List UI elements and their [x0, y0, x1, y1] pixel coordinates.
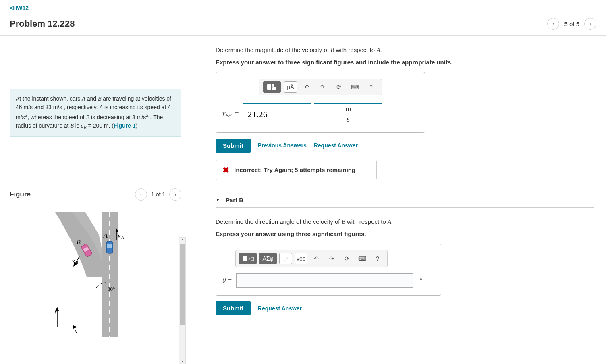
part-a-instruction: Express your answer to three significant…: [216, 59, 594, 66]
part-b-toolbar: √☐ ΑΣφ ↓↑ vec ↶ ↷ ⟳ ⌨ ?: [235, 250, 388, 267]
collapse-icon: ▼: [216, 197, 220, 202]
arrows-icon[interactable]: ↓↑: [279, 253, 292, 264]
reset-icon[interactable]: ⟳: [332, 81, 345, 93]
part-a-feedback: ✖ Incorrect; Try Again; 5 attempts remai…: [216, 160, 377, 180]
part-a-value-input[interactable]: [243, 103, 311, 125]
part-b-question: Determine the direction angle of the vel…: [216, 217, 594, 227]
svg-rect-25: [243, 256, 247, 261]
figure-diagram: A v A B v B 30° y x: [10, 212, 181, 341]
svg-rect-24: [272, 87, 276, 90]
part-b-value-input[interactable]: [236, 273, 413, 288]
undo-icon[interactable]: ↶: [300, 81, 313, 93]
scroll-up-icon[interactable]: ˄: [179, 238, 185, 244]
part-b-instruction: Express your answer using three signific…: [216, 230, 594, 237]
part-b-variable: θ =: [221, 277, 234, 285]
figure-prev-button[interactable]: ‹: [135, 188, 147, 201]
part-b-submit-button[interactable]: Submit: [216, 301, 251, 315]
part-a-submit-button[interactable]: Submit: [216, 139, 251, 153]
svg-text:√☐: √☐: [248, 256, 254, 261]
part-a-request-answer-link[interactable]: Request Answer: [314, 142, 358, 149]
part-a-variable: vB/A =: [221, 110, 241, 119]
help-icon[interactable]: ?: [371, 253, 384, 264]
keyboard-icon[interactable]: ⌨: [349, 81, 361, 93]
part-b-header[interactable]: ▼ Part B: [216, 192, 594, 208]
svg-text:v: v: [72, 258, 75, 264]
reset-icon[interactable]: ⟳: [340, 253, 353, 264]
svg-rect-22: [267, 84, 271, 90]
part-b-request-answer-link[interactable]: Request Answer: [258, 305, 302, 312]
figure-position: 1 of 1: [151, 191, 165, 198]
svg-text:x: x: [74, 328, 77, 334]
redo-icon[interactable]: ↷: [325, 253, 338, 264]
figure-link[interactable]: Figure 1: [114, 122, 135, 129]
svg-text:y: y: [54, 308, 57, 314]
page-title: Problem 12.228: [10, 19, 75, 29]
svg-rect-23: [272, 84, 274, 87]
svg-text:B: B: [77, 239, 81, 246]
part-b-answer-box: √☐ ΑΣφ ↓↑ vec ↶ ↷ ⟳ ⌨ ? θ = °: [216, 244, 441, 296]
left-scrollbar[interactable]: ˄ ˅: [179, 237, 186, 364]
problem-position: 5 of 5: [564, 21, 579, 27]
scroll-thumb[interactable]: [180, 244, 185, 325]
svg-text:30°: 30°: [108, 286, 115, 292]
svg-text:A: A: [121, 235, 124, 240]
keyboard-icon[interactable]: ⌨: [356, 253, 369, 264]
part-a-toolbar: μÅ ↶ ↷ ⟳ ⌨ ?: [259, 79, 382, 95]
part-a-question: Determine the magnitude of the velocity …: [216, 46, 594, 55]
svg-text:B: B: [75, 260, 78, 265]
vec-button[interactable]: vec: [295, 253, 307, 264]
svg-text:A: A: [103, 232, 108, 239]
undo-icon[interactable]: ↶: [310, 253, 323, 264]
template-icon[interactable]: [263, 81, 281, 93]
svg-rect-2: [107, 244, 112, 248]
back-link[interactable]: <HW12: [10, 5, 29, 11]
part-a-answer-box: μÅ ↶ ↷ ⟳ ⌨ ? vB/A = m s: [216, 72, 425, 133]
part-b-unit: °: [420, 277, 422, 284]
prev-problem-button[interactable]: ‹: [547, 18, 559, 30]
next-problem-button[interactable]: ›: [584, 18, 596, 30]
symbols-button[interactable]: ΑΣφ: [259, 253, 277, 264]
part-a-previous-answers-link[interactable]: Previous Answers: [258, 142, 307, 149]
redo-icon[interactable]: ↷: [316, 81, 329, 93]
part-a-unit-input[interactable]: m s: [314, 103, 382, 125]
scroll-down-icon[interactable]: ˅: [179, 359, 185, 364]
help-icon[interactable]: ?: [365, 81, 378, 93]
units-button[interactable]: μÅ: [284, 81, 297, 93]
svg-text:v: v: [118, 233, 121, 239]
incorrect-icon: ✖: [222, 165, 229, 175]
figure-heading: Figure: [10, 190, 31, 199]
figure-next-button[interactable]: ›: [169, 188, 181, 201]
template-icon[interactable]: √☐: [239, 253, 257, 264]
problem-statement: At the instant shown, cars A and B are t…: [10, 89, 181, 137]
